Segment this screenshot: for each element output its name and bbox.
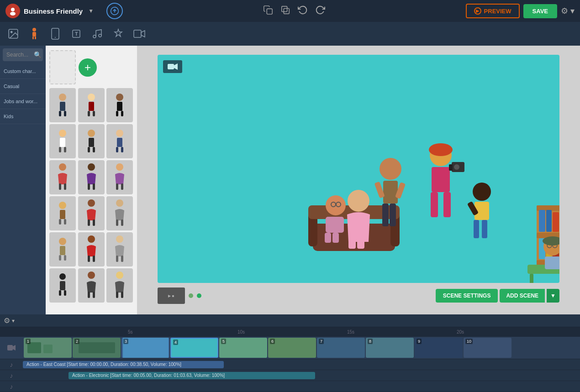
timeline-toolbar: ⚙ ▾	[0, 314, 580, 327]
svg-rect-79	[88, 292, 90, 298]
char-cell[interactable]	[49, 232, 76, 267]
svg-point-9	[32, 28, 36, 31]
upload-button[interactable]	[106, 3, 123, 19]
project-dropdown-arrow[interactable]: ▼	[88, 8, 94, 14]
char-cell[interactable]	[106, 268, 133, 303]
svg-rect-5	[282, 6, 287, 11]
undo-button[interactable]	[298, 5, 308, 17]
char-cell[interactable]	[49, 268, 76, 303]
search-box[interactable]: 🔍	[3, 48, 43, 61]
svg-point-74	[59, 273, 66, 280]
svg-point-54	[59, 202, 66, 209]
svg-rect-95	[325, 233, 331, 243]
timeline-gear-icon[interactable]: ⚙	[4, 316, 10, 325]
svg-rect-76	[59, 290, 61, 296]
char-placeholder-cell	[49, 50, 76, 84]
tool-character[interactable]	[25, 24, 44, 43]
char-cell[interactable]	[106, 232, 133, 267]
scene-settings-button[interactable]: SCENE SETTINGS	[436, 289, 498, 303]
audio-bar-1[interactable]: Action - East Coast [Start time: 00:00.0…	[23, 361, 224, 368]
ruler-mark-5s: 5s	[128, 329, 133, 335]
sidebar-item-casual[interactable]: Casual	[0, 79, 46, 94]
timeline-thumb-5[interactable]: 5	[219, 338, 267, 358]
svg-point-58	[88, 199, 95, 207]
char-cell[interactable]	[78, 196, 105, 230]
add-scene-dropdown-button[interactable]: ▼	[547, 289, 559, 303]
svg-point-8	[11, 31, 12, 33]
timeline-thumb-3[interactable]: 3	[121, 338, 169, 358]
timeline-scenes-row: 1 2 3 4 5	[0, 337, 580, 359]
svg-point-18	[99, 34, 101, 37]
char-cell[interactable]	[78, 232, 105, 267]
timeline-thumb-7[interactable]: 7	[317, 338, 365, 358]
tool-device[interactable]	[46, 24, 65, 43]
svg-rect-32	[121, 111, 123, 116]
svg-rect-103	[390, 204, 396, 226]
svg-rect-65	[60, 246, 65, 255]
svg-rect-49	[88, 183, 90, 190]
tool-video[interactable]	[130, 24, 149, 43]
sidebar-item-kids[interactable]: Kids	[0, 109, 46, 124]
svg-rect-34	[60, 138, 65, 147]
svg-point-97	[348, 190, 369, 212]
sidebar: 🔍 Custom char... Casual Jobs and wor... …	[0, 46, 46, 314]
avatar	[5, 4, 20, 18]
tool-effects[interactable]	[109, 24, 128, 43]
add-scene-button[interactable]: ADD SCENE	[500, 289, 545, 303]
timeline-thumb-4[interactable]: 4	[170, 338, 218, 358]
svg-rect-75	[60, 281, 65, 290]
svg-rect-27	[88, 111, 90, 116]
settings-button[interactable]: ⚙ ▾	[561, 6, 575, 16]
scene-thumbnail-preview[interactable]: ▶ ■	[158, 287, 185, 304]
sidebar-item-custom[interactable]: Custom char...	[0, 64, 46, 79]
char-cell[interactable]	[106, 124, 133, 158]
timeline-thumb-9[interactable]: 9	[415, 338, 463, 358]
timeline-gear-dropdown[interactable]: ▾	[12, 318, 15, 324]
timeline-thumb-8[interactable]: 8	[366, 338, 414, 358]
svg-marker-20	[141, 31, 145, 37]
svg-rect-11	[32, 37, 34, 39]
char-cell[interactable]	[78, 160, 105, 194]
char-cell[interactable]	[49, 88, 76, 122]
svg-rect-36	[64, 147, 66, 152]
svg-marker-156	[13, 345, 16, 350]
tool-image[interactable]	[4, 24, 23, 43]
char-cell[interactable]	[49, 124, 76, 158]
add-character-button[interactable]: +	[79, 58, 97, 77]
svg-rect-6	[284, 8, 290, 14]
timeline-thumb-1[interactable]: 1	[24, 338, 72, 358]
redo-button[interactable]	[315, 5, 325, 17]
svg-rect-82	[116, 292, 118, 298]
svg-rect-66	[59, 255, 61, 261]
tool-music[interactable]	[88, 24, 107, 43]
preview-button[interactable]: ▶ PREVIEW	[466, 4, 520, 18]
save-button[interactable]: SAVE	[523, 4, 557, 18]
copy-button[interactable]	[263, 5, 273, 17]
char-cell[interactable]	[78, 88, 105, 122]
timeline-thumb-2[interactable]: 2	[73, 338, 121, 358]
tool-text[interactable]: T	[67, 24, 86, 43]
char-cell[interactable]	[106, 88, 133, 122]
timeline-thumb-6[interactable]: 6	[268, 338, 316, 358]
svg-rect-31	[116, 111, 118, 116]
search-icon[interactable]: 🔍	[34, 51, 42, 58]
svg-point-113	[454, 164, 459, 170]
paste-button[interactable]	[280, 5, 290, 17]
audio-icon-1: ♪	[0, 361, 23, 368]
char-cell[interactable]	[49, 196, 76, 230]
top-bar-right: ▶ PREVIEW SAVE ⚙ ▾	[466, 4, 575, 18]
char-cell[interactable]	[106, 160, 133, 194]
char-cell[interactable]	[106, 196, 133, 230]
char-cell[interactable]	[78, 124, 105, 158]
ruler-mark-15s: 15s	[347, 329, 354, 335]
svg-rect-98	[348, 240, 356, 249]
audio-bar-2[interactable]: Action - Electronic [Start time: 00:05.0…	[69, 372, 315, 379]
char-cell[interactable]	[78, 268, 105, 303]
top-bar-left: Business Friendly ▼	[5, 3, 123, 19]
search-input[interactable]	[6, 52, 34, 58]
sidebar-item-jobs[interactable]: Jobs and wor...	[0, 94, 46, 109]
svg-rect-165	[269, 338, 315, 358]
svg-rect-108	[432, 167, 450, 192]
timeline-thumb-10[interactable]: 10	[464, 338, 511, 358]
char-cell[interactable]	[49, 160, 76, 194]
